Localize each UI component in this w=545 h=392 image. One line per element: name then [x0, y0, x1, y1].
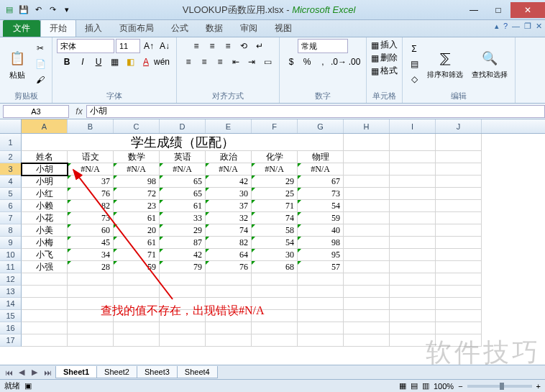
cell[interactable]	[390, 188, 436, 200]
phonetic-button[interactable]: wén	[155, 55, 169, 69]
cell[interactable]	[344, 310, 390, 322]
cell[interactable]	[252, 322, 298, 334]
cell[interactable]	[436, 286, 482, 298]
column-header-D[interactable]: D	[160, 119, 206, 133]
column-header-A[interactable]: A	[22, 119, 68, 133]
cell[interactable]: #N/A	[160, 163, 206, 176]
bold-button[interactable]: B	[60, 55, 74, 69]
doc-restore-icon[interactable]: ❐	[524, 22, 531, 31]
row-header[interactable]: 11	[0, 261, 22, 273]
increase-font-icon[interactable]: A↑	[142, 39, 156, 53]
cell[interactable]: 29	[160, 224, 206, 237]
row-header[interactable]: 1	[0, 134, 22, 151]
cell[interactable]	[344, 163, 390, 176]
cell[interactable]: 数学	[114, 151, 160, 163]
align-middle-icon[interactable]: ≡	[205, 39, 219, 53]
cell[interactable]: 小赖	[22, 200, 68, 212]
tab-home[interactable]: 开始	[40, 19, 76, 37]
font-name-combo[interactable]: 宋体	[57, 39, 114, 53]
tab-data[interactable]: 数据	[197, 20, 232, 37]
cell[interactable]	[114, 286, 160, 298]
cell[interactable]: 学生成绩（匹配）	[22, 134, 344, 151]
view-normal-icon[interactable]: ▦	[399, 381, 406, 391]
format-painter-icon[interactable]: 🖌	[33, 73, 47, 87]
cell[interactable]	[390, 261, 436, 273]
fill-icon[interactable]: ▤	[407, 57, 421, 71]
cell[interactable]	[160, 334, 206, 347]
cell[interactable]: 72	[114, 188, 160, 200]
cell[interactable]: 37	[206, 200, 252, 212]
cell[interactable]: 64	[206, 249, 252, 261]
cell[interactable]	[114, 334, 160, 347]
cell[interactable]	[298, 334, 344, 347]
sheet-tab-Sheet3[interactable]: Sheet3	[137, 366, 178, 378]
cell[interactable]	[436, 176, 482, 188]
cell[interactable]: 57	[298, 261, 344, 273]
excel-icon[interactable]: ▤	[3, 4, 16, 17]
cell[interactable]	[298, 322, 344, 334]
cell[interactable]	[298, 286, 344, 298]
cell[interactable]	[298, 298, 344, 310]
cell[interactable]	[344, 261, 390, 273]
cell[interactable]: 姓名	[22, 151, 68, 163]
cell[interactable]: 68	[252, 261, 298, 273]
cell[interactable]: 小梅	[22, 237, 68, 249]
cell[interactable]: 76	[206, 261, 252, 273]
cell[interactable]	[436, 224, 482, 237]
cell[interactable]	[344, 200, 390, 212]
zoom-slider[interactable]	[467, 385, 532, 388]
cell[interactable]: 30	[206, 188, 252, 200]
cell[interactable]: 40	[298, 224, 344, 237]
row-header[interactable]: 9	[0, 237, 22, 249]
currency-icon[interactable]: $	[284, 55, 298, 69]
align-bottom-icon[interactable]: ≡	[221, 39, 235, 53]
percent-icon[interactable]: %	[300, 55, 314, 69]
cell[interactable]	[344, 237, 390, 249]
sheet-tab-Sheet1[interactable]: Sheet1	[55, 366, 97, 378]
doc-close-icon[interactable]: ✕	[536, 22, 542, 31]
cell[interactable]: 79	[160, 261, 206, 273]
cell[interactable]	[390, 200, 436, 212]
cell[interactable]	[206, 286, 252, 298]
cell[interactable]: 小红	[22, 188, 68, 200]
column-header-B[interactable]: B	[68, 119, 114, 133]
cell[interactable]: 67	[298, 176, 344, 188]
column-header-G[interactable]: G	[298, 119, 344, 133]
fx-icon[interactable]: fx	[72, 106, 86, 117]
cell[interactable]: 37	[68, 176, 114, 188]
format-cells-button[interactable]: 格式	[380, 65, 398, 77]
tab-review[interactable]: 审阅	[232, 20, 266, 37]
row-header[interactable]: 3	[0, 163, 22, 176]
cut-icon[interactable]: ✂	[33, 41, 47, 55]
indent-increase-icon[interactable]: ⇥	[244, 55, 259, 69]
insert-cells-icon[interactable]: ▦	[371, 40, 379, 50]
cell[interactable]: 42	[206, 176, 252, 188]
redo-icon[interactable]: ↷	[46, 4, 59, 17]
cell[interactable]	[160, 286, 206, 298]
doc-minimize-icon[interactable]: —	[512, 22, 520, 31]
sheet-nav-first-icon[interactable]: ⏮	[3, 367, 14, 378]
cell[interactable]	[68, 273, 114, 286]
cell[interactable]	[436, 273, 482, 286]
cell[interactable]	[344, 322, 390, 334]
cell[interactable]	[390, 212, 436, 224]
cell[interactable]: 71	[252, 200, 298, 212]
cell[interactable]: 73	[298, 188, 344, 200]
cell[interactable]	[390, 286, 436, 298]
cell[interactable]: 87	[160, 237, 206, 249]
tab-layout[interactable]: 页面布局	[111, 20, 162, 37]
cell[interactable]: 71	[114, 249, 160, 261]
cell[interactable]: 33	[160, 212, 206, 224]
cell[interactable]	[298, 310, 344, 322]
cell[interactable]	[22, 334, 68, 347]
cell[interactable]	[344, 151, 390, 163]
cell[interactable]: 54	[252, 237, 298, 249]
cell[interactable]	[22, 298, 68, 310]
cell[interactable]: 54	[298, 200, 344, 212]
cell[interactable]	[344, 286, 390, 298]
cell[interactable]	[252, 286, 298, 298]
cell[interactable]	[436, 322, 482, 334]
cell[interactable]: 61	[160, 200, 206, 212]
cell[interactable]: 政治	[206, 151, 252, 163]
cell[interactable]	[22, 310, 68, 322]
